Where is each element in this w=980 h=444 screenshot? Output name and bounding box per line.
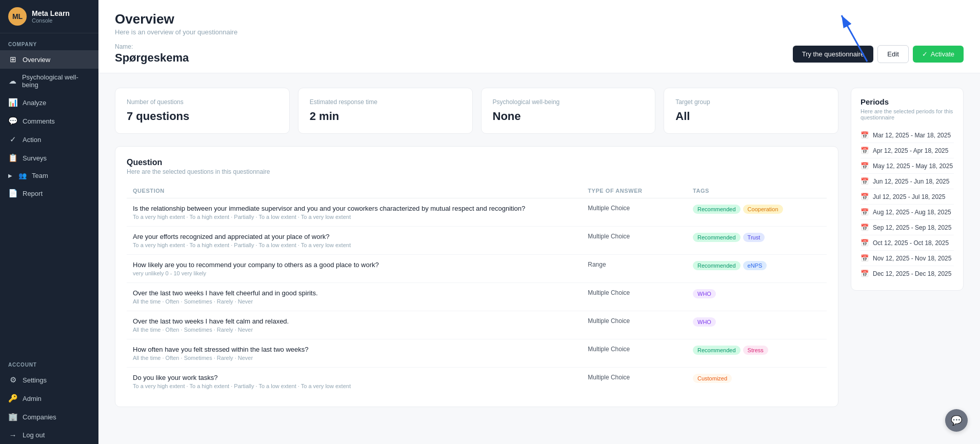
tag-recommended: Recommended (693, 205, 741, 214)
sidebar-item-action-label: Action (23, 136, 41, 144)
sidebar-item-team[interactable]: ▶ 👥 Team (0, 167, 98, 184)
period-text: Apr 12, 2025 - Apr 18, 2025 (873, 147, 948, 154)
list-item[interactable]: 📅Mar 12, 2025 - Mar 18, 2025 (861, 128, 954, 143)
list-item[interactable]: 📅Aug 12, 2025 - Aug 18, 2025 (861, 205, 954, 220)
tags-cell: RecommendedeNPS (687, 255, 827, 283)
companies-icon: 🏢 (8, 412, 17, 421)
questions-subtitle: Here are the selected questions in this … (127, 168, 827, 175)
sidebar-item-logout[interactable]: → Log out (0, 426, 98, 444)
period-text: Dec 12, 2025 - Dec 18, 2025 (873, 270, 951, 277)
tag-cooperation: Cooperation (743, 205, 783, 214)
questions-header: Question Here are the selected questions… (127, 158, 827, 175)
sidebar-item-logout-label: Log out (23, 431, 45, 439)
calendar-icon: 📅 (861, 270, 869, 277)
logo-icon: ML (8, 7, 27, 26)
tag-who: WHO (693, 289, 716, 298)
sidebar-logo[interactable]: ML Meta Learn Console (0, 0, 98, 33)
periods-list: 📅Mar 12, 2025 - Mar 18, 2025📅Apr 12, 202… (861, 128, 954, 281)
tags-cell: Customized (687, 368, 827, 396)
sidebar-item-analyze-label: Analyze (23, 99, 46, 107)
stats-row: Number of questions 7 questions Estimate… (115, 88, 838, 134)
question-text: Is the relationship between your immedia… (133, 205, 575, 212)
sidebar-item-comments-label: Comments (23, 117, 55, 125)
col-tags: Tags (687, 184, 827, 198)
question-cell: Over the last two weeks I have felt chee… (127, 283, 582, 311)
table-row: Is the relationship between your immedia… (127, 198, 827, 227)
sidebar-item-report-label: Report (23, 190, 43, 197)
list-item[interactable]: 📅Dec 12, 2025 - Dec 18, 2025 (861, 266, 954, 281)
stat-response-label: Estimated response time (310, 98, 461, 106)
question-cell: Do you like your work tasks?To a very hi… (127, 368, 582, 396)
list-item[interactable]: 📅Oct 12, 2025 - Oct 18, 2025 (861, 235, 954, 251)
sidebar-item-overview[interactable]: ⊞ Overview (0, 50, 98, 69)
questions-table: Question Type of answer Tags Is the rela… (127, 184, 827, 395)
tags-cell: RecommendedCooperation (687, 198, 827, 227)
list-item[interactable]: 📅Apr 12, 2025 - Apr 18, 2025 (861, 143, 954, 158)
action-buttons: Try the questionnaire Edit ✓ Activate (793, 45, 964, 63)
sidebar-item-companies-label: Companies (23, 413, 56, 421)
sidebar-item-comments[interactable]: 💬 Comments (0, 112, 98, 130)
list-item[interactable]: 📅May 12, 2025 - May 18, 2025 (861, 158, 954, 174)
edit-button[interactable]: Edit (877, 45, 908, 63)
period-text: May 12, 2025 - May 18, 2025 (873, 163, 953, 170)
tags-cell: WHO (687, 283, 827, 311)
question-options: To a very high extent · To a high extent… (133, 383, 575, 389)
tag-enps: eNPS (743, 261, 767, 270)
sidebar-item-report[interactable]: 📄 Report (0, 184, 98, 203)
list-item[interactable]: 📅Sep 12, 2025 - Sep 18, 2025 (861, 220, 954, 235)
sidebar-item-companies[interactable]: 🏢 Companies (0, 408, 98, 426)
tag-recommended: Recommended (693, 261, 741, 270)
sidebar: ML Meta Learn Console COMPANY ⊞ Overview… (0, 0, 98, 444)
question-text: How likely are you to recommend your com… (133, 261, 575, 269)
calendar-icon: 📅 (861, 224, 869, 231)
list-item[interactable]: 📅Jun 12, 2025 - Jun 18, 2025 (861, 174, 954, 189)
activate-button[interactable]: ✓ Activate (913, 46, 964, 63)
list-item[interactable]: 📅Nov 12, 2025 - Nov 18, 2025 (861, 251, 954, 266)
stat-wellbeing-label: Psychological well-being (493, 98, 644, 106)
sidebar-item-psychological[interactable]: ☁ Psychological well-being (0, 69, 98, 93)
table-row: Are your efforts recognized and apprecia… (127, 227, 827, 255)
calendar-icon: 📅 (861, 177, 869, 185)
period-text: Nov 12, 2025 - Nov 18, 2025 (873, 255, 951, 262)
calendar-icon: 📅 (861, 239, 869, 247)
try-questionnaire-button[interactable]: Try the questionnaire (793, 46, 874, 63)
sidebar-item-surveys[interactable]: 📋 Surveys (0, 149, 98, 167)
sidebar-item-admin-label: Admin (23, 395, 42, 402)
periods-title: Periods (861, 97, 954, 106)
chat-button[interactable]: 💬 (945, 409, 968, 432)
period-text: Mar 12, 2025 - Mar 18, 2025 (873, 132, 951, 139)
question-options: To a very high extent · To a high extent… (133, 214, 575, 220)
question-cell: How often have you felt stressed within … (127, 339, 582, 368)
period-text: Jun 12, 2025 - Jun 18, 2025 (873, 178, 949, 185)
sidebar-item-settings-label: Settings (23, 376, 47, 384)
sidebar-item-analyze[interactable]: 📊 Analyze (0, 93, 98, 112)
periods-card: Periods Here are the selected periods fo… (851, 88, 964, 291)
analyze-icon: 📊 (8, 98, 17, 107)
sidebar-item-team-label: Team (32, 172, 48, 179)
page-title: Overview (115, 11, 964, 27)
tags-cell: RecommendedTrust (687, 227, 827, 255)
calendar-icon: 📅 (861, 193, 869, 200)
type-cell: Multiple Choice (582, 198, 687, 227)
logo-title: Meta Learn (32, 9, 70, 18)
comments-icon: 💬 (8, 116, 17, 126)
sidebar-item-action[interactable]: ✓ Action (0, 130, 98, 149)
table-row: How often have you felt stressed within … (127, 339, 827, 368)
list-item[interactable]: 📅Jul 12, 2025 - Jul 18, 2025 (861, 189, 954, 205)
question-text: Do you like your work tasks? (133, 374, 575, 381)
stat-wellbeing: Psychological well-being None (481, 88, 656, 134)
content-left: Number of questions 7 questions Estimate… (115, 88, 838, 430)
sidebar-item-settings[interactable]: ⚙ Settings (0, 371, 98, 389)
main-content: Overview Here is an overview of your que… (98, 0, 980, 444)
settings-icon: ⚙ (8, 375, 17, 385)
page-subtitle: Here is an overview of your questionnair… (115, 28, 964, 36)
question-text: Over the last two weeks I have felt calm… (133, 317, 575, 325)
sidebar-item-admin[interactable]: 🔑 Admin (0, 389, 98, 408)
table-row: Over the last two weeks I have felt calm… (127, 311, 827, 339)
psychological-icon: ☁ (8, 76, 17, 86)
overview-icon: ⊞ (8, 55, 17, 64)
calendar-icon: 📅 (861, 131, 869, 139)
question-options: All the time · Often · Sometimes · Rarel… (133, 327, 575, 333)
content-area: Number of questions 7 questions Estimate… (98, 73, 980, 444)
question-cell: Over the last two weeks I have felt calm… (127, 311, 582, 339)
